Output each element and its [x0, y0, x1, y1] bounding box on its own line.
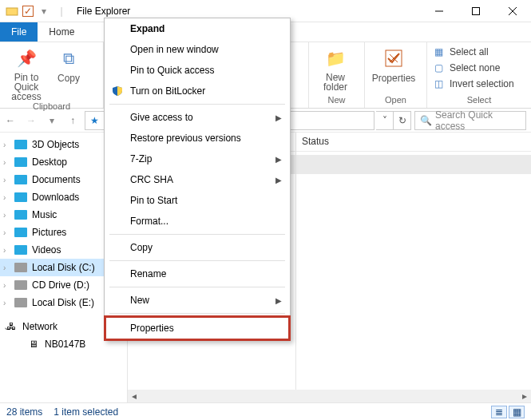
nav-item-label: Documents — [32, 174, 81, 185]
window-title: File Explorer — [77, 6, 130, 17]
dropdown-icon[interactable]: ▾ — [37, 4, 51, 18]
select-none-icon: ▢ — [432, 61, 445, 74]
svg-rect-6 — [14, 140, 27, 149]
select-none-button[interactable]: ▢Select none — [432, 61, 514, 74]
menu-item-properties[interactable]: Properties — [105, 316, 290, 340]
drive-folder-icon — [14, 173, 27, 186]
menu-item-pin-to-start[interactable]: Pin to Start — [105, 190, 290, 211]
group-caption: New — [309, 95, 364, 108]
pin-to-quick-access-button[interactable]: 📌 Pin to Quick access — [5, 46, 48, 101]
thumbnails-view-button[interactable]: ▦ — [509, 406, 525, 418]
tab-file[interactable]: File — [0, 22, 38, 42]
nav-item-label: NB0147B — [45, 339, 85, 350]
details-view-button[interactable]: ≣ — [491, 406, 507, 418]
column-status[interactable]: Status — [295, 133, 335, 151]
chevron-right-icon: › — [3, 228, 6, 237]
menu-item-label: 7-Zip — [130, 153, 152, 164]
horizontal-scrollbar[interactable]: ◂ ▸ — [128, 390, 531, 402]
nav-recent-button[interactable]: ▾ — [42, 110, 62, 131]
divider-icon: | — [54, 4, 69, 18]
chevron-right-icon: ▶ — [275, 113, 282, 122]
invert-selection-button[interactable]: ◫Invert selection — [432, 77, 514, 90]
nav-back-button[interactable]: ← — [0, 110, 21, 131]
tab-home[interactable]: Home — [38, 22, 85, 42]
new-folder-icon: 📁 — [323, 46, 348, 71]
menu-item-rename[interactable]: Rename — [105, 263, 290, 284]
nav-item-label: Pictures — [32, 227, 66, 238]
scroll-track[interactable] — [141, 390, 518, 402]
menu-item-7-zip[interactable]: 7-Zip▶ — [105, 149, 290, 169]
scroll-right-icon[interactable]: ▸ — [518, 390, 531, 402]
search-placeholder: Search Quick access — [435, 109, 521, 132]
menu-item-open-in-new-window[interactable]: Open in new window — [105, 39, 290, 60]
pin-icon: 📌 — [14, 46, 39, 71]
new-folder-button[interactable]: 📁 New folder — [314, 46, 357, 92]
quick-access-star-icon: ★ — [90, 115, 99, 126]
properties-button[interactable]: Properties — [370, 46, 418, 84]
properties-icon — [381, 46, 406, 71]
nav-up-button[interactable]: ↑ — [62, 110, 83, 131]
menu-item-label: Give access to — [130, 112, 193, 123]
drive-folder-icon — [14, 191, 27, 204]
chevron-right-icon: › — [3, 193, 6, 202]
svg-rect-2 — [473, 7, 480, 14]
maximize-button[interactable] — [458, 0, 494, 22]
item-count: 28 items — [6, 406, 42, 418]
menu-item-label: Rename — [130, 268, 166, 279]
scroll-left-icon[interactable]: ◂ — [128, 390, 141, 402]
svg-rect-12 — [14, 245, 27, 255]
search-icon: 🔍 — [420, 115, 432, 126]
menu-item-give-access-to[interactable]: Give access to▶ — [105, 107, 290, 128]
nav-forward-button[interactable]: → — [21, 110, 42, 131]
refresh-button[interactable]: ↻ — [394, 111, 411, 130]
menu-item-format-[interactable]: Format... — [105, 211, 290, 232]
select-all-icon: ▦ — [432, 46, 445, 58]
menu-item-pin-to-quick-access[interactable]: Pin to Quick access — [105, 60, 290, 81]
svg-rect-0 — [6, 8, 18, 15]
menu-item-label: Properties — [130, 323, 174, 334]
chevron-right-icon: ▶ — [275, 176, 282, 184]
copy-icon: ⧉ — [56, 46, 81, 71]
menu-item-turn-on-bitlocker[interactable]: Turn on BitLocker — [105, 81, 290, 101]
drive-folder-icon — [14, 138, 27, 151]
search-input[interactable]: 🔍 Search Quick access — [414, 111, 526, 130]
address-dropdown-button[interactable]: ˅ — [376, 111, 394, 130]
computer-icon: 🖥 — [27, 338, 40, 351]
chevron-right-icon: ▶ — [275, 155, 282, 164]
group-caption: Open — [365, 95, 426, 108]
menu-item-label: Expand — [130, 23, 164, 34]
menu-item-restore-previous-versions[interactable]: Restore previous versions — [105, 128, 290, 149]
select-all-button[interactable]: ▦Select all — [432, 46, 514, 58]
menu-separator — [109, 234, 285, 235]
chevron-right-icon: › — [3, 263, 6, 272]
menu-item-new[interactable]: New▶ — [105, 290, 290, 311]
window-controls — [421, 0, 531, 22]
selection-count: 1 item selected — [53, 406, 118, 418]
svg-rect-7 — [14, 157, 27, 167]
nav-item-label: Network — [22, 321, 57, 332]
status-bar: 28 items 1 item selected ≣ ▦ — [0, 402, 531, 420]
ribbon-group-select: ▦Select all ▢Select none ◫Invert selecti… — [427, 42, 531, 108]
drive-folder-icon — [14, 226, 27, 239]
menu-item-copy[interactable]: Copy — [105, 237, 290, 258]
menu-separator — [109, 260, 285, 261]
chevron-right-icon: › — [3, 246, 6, 255]
drive-folder-icon — [14, 296, 27, 309]
ribbon-group-clipboard: 📌 Pin to Quick access ⧉ Copy Clipboard — [0, 42, 104, 108]
ribbon-group-new: 📁 New folder New — [309, 42, 365, 108]
checkbox-icon[interactable]: ✓ — [22, 6, 34, 17]
close-button[interactable] — [494, 0, 531, 22]
copy-button[interactable]: ⧉ Copy — [53, 46, 85, 84]
chevron-right-icon: ▶ — [275, 296, 282, 305]
invert-icon: ◫ — [432, 77, 445, 90]
label: Properties — [372, 73, 416, 84]
chevron-right-icon: › — [3, 141, 6, 149]
svg-rect-9 — [14, 192, 27, 202]
menu-item-label: Restore previous versions — [130, 133, 241, 144]
context-menu: ExpandOpen in new windowPin to Quick acc… — [104, 18, 291, 341]
menu-item-expand[interactable]: Expand — [105, 18, 290, 39]
menu-item-crc-sha[interactable]: CRC SHA▶ — [105, 169, 290, 190]
minimize-button[interactable] — [421, 0, 458, 22]
drive-folder-icon — [14, 279, 27, 291]
menu-separator — [109, 287, 285, 287]
